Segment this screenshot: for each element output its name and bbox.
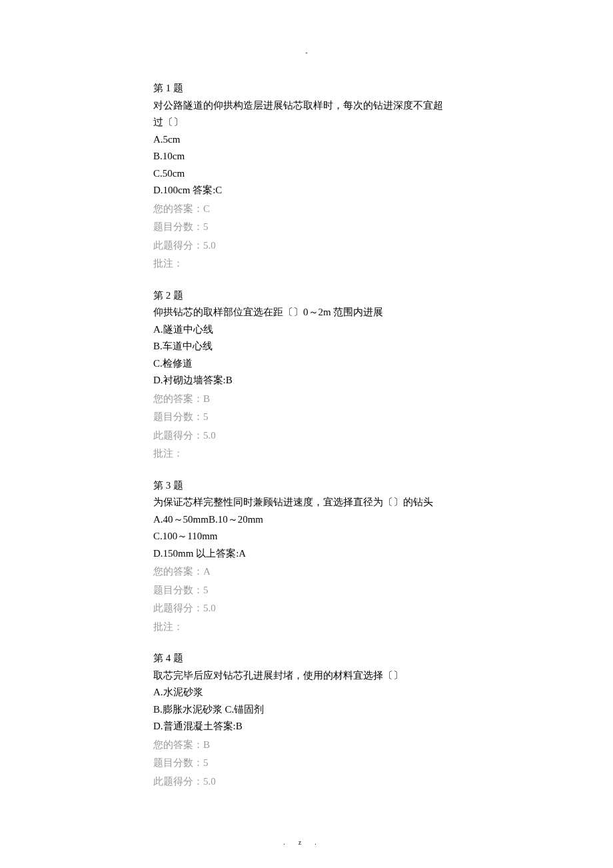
score-label: 题目分数： xyxy=(153,585,203,595)
question-option: C.50cm xyxy=(153,165,460,183)
score-value: 5 xyxy=(203,411,209,422)
question-stem-line: 为保证芯样完整性同时兼顾钻进速度，宜选择直径为〔〕的钻头 xyxy=(153,494,460,511)
header-mark: - xyxy=(305,47,307,58)
obtained-label: 此题得分： xyxy=(153,776,203,787)
question-1: 第 1 题 对公路隧道的仰拱构造层进展钻芯取样时，每次的钻进深度不宜超 过〔〕 … xyxy=(153,80,460,273)
your-answer-value: B xyxy=(203,739,210,750)
obtained-value: 5.0 xyxy=(203,430,216,441)
your-answer-label: 您的答案： xyxy=(153,203,203,214)
question-option: A.水泥砂浆 xyxy=(153,684,460,701)
question-3: 第 3 题 为保证芯样完整性同时兼顾钻进速度，宜选择直径为〔〕的钻头 A.40～… xyxy=(153,477,460,636)
obtained-line: 此题得分：5.0 xyxy=(153,427,460,445)
score-label: 题目分数： xyxy=(153,411,203,422)
question-option: A.40～50mmB.10～20mm xyxy=(153,511,460,529)
score-label: 题目分数： xyxy=(153,221,203,232)
obtained-label: 此题得分： xyxy=(153,603,203,613)
your-answer-line: 您的答案：C xyxy=(153,201,460,218)
footer-mark: .z. xyxy=(283,837,329,848)
your-answer-value: C xyxy=(203,203,210,214)
question-option: A.隧道中心线 xyxy=(153,321,460,339)
footer-left: . xyxy=(283,839,299,846)
obtained-label: 此题得分： xyxy=(153,240,203,251)
question-stem-line: 取芯完毕后应对钻芯孔进展封堵，使用的材料宜选择〔〕 xyxy=(153,667,460,685)
question-option: D.普通混凝土答案:B xyxy=(153,718,460,735)
score-value: 5 xyxy=(203,757,209,768)
your-answer-line: 您的答案：A xyxy=(153,563,460,581)
question-option: D.150mm 以上答案:A xyxy=(153,545,460,563)
obtained-value: 5.0 xyxy=(203,776,216,787)
score-line: 题目分数：5 xyxy=(153,409,460,426)
remark-label: 批注： xyxy=(153,448,183,459)
your-answer-label: 您的答案： xyxy=(153,739,203,750)
obtained-line: 此题得分：5.0 xyxy=(153,600,460,617)
score-label: 题目分数： xyxy=(153,757,203,768)
question-stem-line: 仰拱钻芯的取样部位宜选在距〔〕0～2m 范围内进展 xyxy=(153,304,460,321)
your-answer-line: 您的答案：B xyxy=(153,391,460,408)
question-option: A.5cm xyxy=(153,131,460,149)
your-answer-value: B xyxy=(203,393,210,404)
remark-label: 批注： xyxy=(153,258,183,269)
question-title: 第 2 题 xyxy=(153,287,460,305)
score-line: 题目分数：5 xyxy=(153,219,460,236)
question-option: B.膨胀水泥砂浆 C.锚固剂 xyxy=(153,701,460,719)
content: 第 1 题 对公路隧道的仰拱构造层进展钻芯取样时，每次的钻进深度不宜超 过〔〕 … xyxy=(153,80,460,790)
question-title: 第 1 题 xyxy=(153,80,460,97)
question-title: 第 3 题 xyxy=(153,477,460,495)
question-option: C.100～110mm xyxy=(153,528,460,545)
page: - 第 1 题 对公路隧道的仰拱构造层进展钻芯取样时，每次的钻进深度不宜超 过〔… xyxy=(0,0,613,868)
obtained-label: 此题得分： xyxy=(153,430,203,441)
your-answer-label: 您的答案： xyxy=(153,393,203,404)
question-option: B.车道中心线 xyxy=(153,338,460,355)
question-option: B.10cm xyxy=(153,148,460,165)
score-line: 题目分数：5 xyxy=(153,582,460,599)
your-answer-label: 您的答案： xyxy=(153,566,203,577)
your-answer-value: A xyxy=(203,566,211,577)
remark-label: 批注： xyxy=(153,621,183,632)
question-stem-line: 过〔〕 xyxy=(153,114,460,131)
question-4: 第 4 题 取芯完毕后应对钻芯孔进展封堵，使用的材料宜选择〔〕 A.水泥砂浆 B… xyxy=(153,650,460,790)
question-stem-line: 对公路隧道的仰拱构造层进展钻芯取样时，每次的钻进深度不宜超 xyxy=(153,97,460,115)
your-answer-line: 您的答案：B xyxy=(153,737,460,754)
remark-line: 批注： xyxy=(153,255,460,273)
remark-line: 批注： xyxy=(153,619,460,636)
question-title: 第 4 题 xyxy=(153,650,460,667)
question-option: D.100cm 答案:C xyxy=(153,182,460,199)
obtained-value: 5.0 xyxy=(203,240,216,251)
question-option: C.检修道 xyxy=(153,355,460,373)
question-2: 第 2 题 仰拱钻芯的取样部位宜选在距〔〕0～2m 范围内进展 A.隧道中心线 … xyxy=(153,287,460,463)
obtained-line: 此题得分：5.0 xyxy=(153,237,460,255)
score-value: 5 xyxy=(203,585,209,595)
score-value: 5 xyxy=(203,221,209,232)
remark-line: 批注： xyxy=(153,445,460,463)
question-option: D.衬砌边墙答案:B xyxy=(153,372,460,389)
obtained-line: 此题得分：5.0 xyxy=(153,773,460,791)
score-line: 题目分数：5 xyxy=(153,755,460,772)
obtained-value: 5.0 xyxy=(203,603,216,613)
footer-right: z. xyxy=(299,839,330,846)
